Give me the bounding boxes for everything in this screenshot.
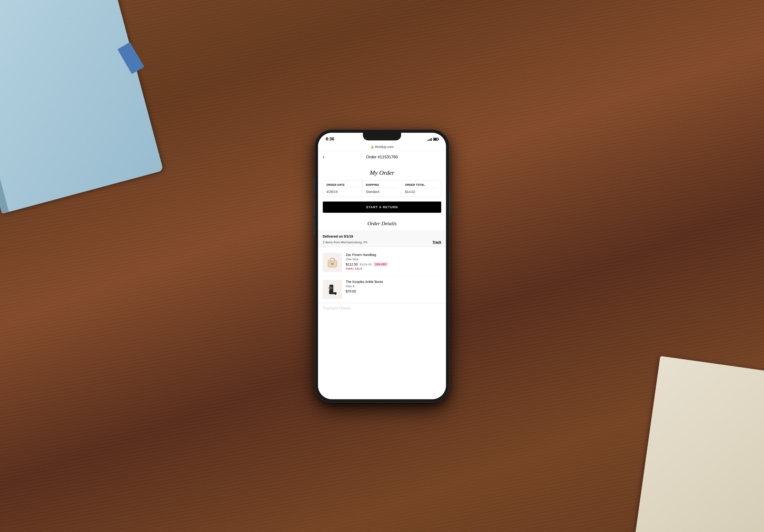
svg-point-2 [332,264,333,264]
shipment-block: Delivered on 5/1/19 2 items from Mechani… [318,231,446,247]
phone-screen: 8:36 🔒 thredup.com [318,133,446,399]
order-total-cell: ORDER TOTAL $14.02 [402,181,441,197]
delivered-text: Delivered on 5/1/19 [323,235,441,238]
discount-badge-handbag: 10% OFF [374,263,388,266]
signal-bar-2 [429,139,429,141]
lock-icon: 🔒 [371,145,374,148]
shipping-cell: SHIPPING Standard [362,181,402,197]
order-summary-table: ORDER DATE 4/28/19 SHIPPING Standard ORD… [323,180,441,197]
start-return-button[interactable]: START A RETURN [323,202,441,213]
product-image-boots [323,280,342,299]
signal-icon [427,137,432,141]
signal-bar-4 [431,138,432,141]
svg-rect-7 [330,287,332,289]
battery-fill [434,138,437,140]
order-details-heading: Order Details [318,219,446,231]
price-current-boots: $79.00 [346,289,356,293]
phone-notch [363,133,401,140]
product-image-handbag [323,253,342,272]
price-row-handbag: $112.50 $125.00 10% OFF [346,263,441,266]
back-button[interactable]: ‹ [323,154,324,160]
page-content[interactable]: ‹ Order #11531760 My Order ORDER DATE 4/… [318,151,446,399]
product-size-boots: Size 8 [346,284,441,288]
product-name-boots: The Kooples Ankle Boots [346,280,441,284]
shipping-value: Standard [366,188,398,194]
battery-icon [433,138,438,141]
product-name-handbag: Zac Posen Handbag [346,253,441,257]
order-date-cell: ORDER DATE 4/28/19 [323,181,362,197]
order-total-value: $14.02 [405,188,438,194]
order-date-header: ORDER DATE [326,183,359,188]
shipping-header: SHIPPING [366,183,398,188]
price-row-boots: $79.00 [346,289,441,293]
product-info-boots: The Kooples Ankle Boots Size 8 $79.00 [346,280,441,294]
partial-text: Payment Details [323,306,351,310]
items-from: 2 items from Mechanicsburg, PA [323,241,367,244]
product-info-handbag: Zac Posen Handbag One Size $112.50 $125.… [346,253,441,270]
items-row: 2 items from Mechanicsburg, PA Track [323,240,441,244]
phone-mockup: 8:36 🔒 thredup.com [315,130,449,402]
product-item-handbag: Zac Posen Handbag One Size $112.50 $125.… [318,249,446,276]
final-sale-label: FINAL SALE [346,267,441,270]
phone-frame: 8:36 🔒 thredup.com [315,130,449,402]
product-size-handbag: One Size [346,258,441,261]
svg-rect-5 [335,293,336,295]
product-item-boots: The Kooples Ankle Boots Size 8 $79.00 [318,276,446,303]
signal-bar-3 [430,139,431,141]
order-total-header: ORDER TOTAL [405,183,438,188]
status-time: 8:36 [326,137,334,142]
boots-svg [325,282,340,297]
nav-title: Order #11531760 [366,155,398,159]
handbag-svg [325,255,340,270]
track-link[interactable]: Track [432,240,441,244]
price-current-handbag: $112.50 [346,263,358,266]
order-date-value: 4/28/19 [326,188,359,194]
browser-url-bar: 🔒 thredup.com [371,145,394,149]
price-original-handbag: $125.00 [360,263,372,266]
page-heading: My Order [318,164,446,180]
browser-bar[interactable]: 🔒 thredup.com [318,143,446,151]
browser-url-text: thredup.com [375,145,394,149]
status-icons [427,137,438,141]
nav-bar: ‹ Order #11531760 [318,151,446,164]
partial-section: Payment Details [318,303,446,313]
signal-bar-1 [427,140,428,141]
